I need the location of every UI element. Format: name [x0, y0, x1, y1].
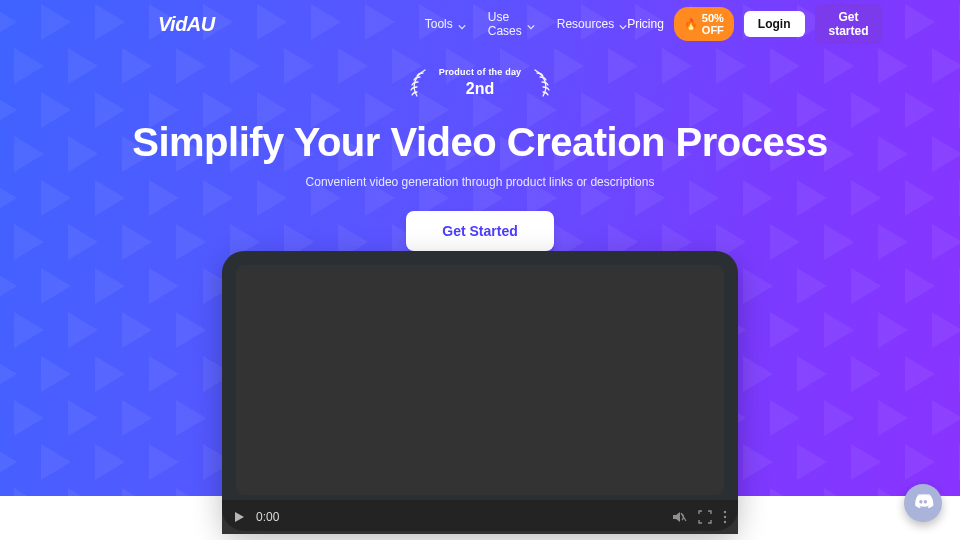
- chevron-down-icon: [619, 20, 627, 28]
- nav-tools[interactable]: Tools: [425, 17, 466, 31]
- discount-text: 50% OFF: [702, 12, 724, 36]
- logo[interactable]: VidAU: [158, 13, 215, 36]
- discount-badge[interactable]: 🔥 50% OFF: [674, 7, 734, 41]
- svg-point-2: [724, 516, 726, 518]
- svg-point-3: [724, 521, 726, 523]
- primary-nav: Tools Use Cases Resources: [425, 10, 627, 38]
- nav-label: Tools: [425, 17, 453, 31]
- header: VidAU Tools Use Cases Resources: [0, 0, 960, 48]
- laurel-left-icon: [405, 68, 431, 98]
- nav-resources[interactable]: Resources: [557, 17, 627, 31]
- hero-headline: Simplify Your Video Creation Process: [0, 120, 960, 165]
- volume-icon[interactable]: [672, 510, 688, 524]
- fire-icon: 🔥: [684, 18, 698, 31]
- nav-pricing[interactable]: Pricing: [627, 17, 664, 31]
- nav-use-cases[interactable]: Use Cases: [488, 10, 535, 38]
- nav-label: Resources: [557, 17, 614, 31]
- discord-icon: [912, 490, 934, 516]
- svg-point-1: [724, 511, 726, 513]
- pod-line2: 2nd: [439, 80, 522, 98]
- fullscreen-icon[interactable]: [698, 510, 712, 524]
- hero-subhead: Convenient video generation through prod…: [0, 175, 960, 189]
- video-time: 0:00: [256, 510, 279, 524]
- svg-line-0: [681, 513, 686, 521]
- chevron-down-icon: [458, 20, 466, 28]
- play-icon[interactable]: [232, 510, 246, 524]
- chevron-down-icon: [527, 20, 535, 28]
- video-screen[interactable]: [236, 265, 724, 495]
- video-player-controls: 0:00: [222, 500, 738, 534]
- login-button[interactable]: Login: [744, 11, 805, 37]
- get-started-button[interactable]: Get Started: [406, 211, 553, 251]
- pod-line1: Product of the day: [439, 68, 522, 78]
- nav-label: Use Cases: [488, 10, 522, 38]
- laurel-right-icon: [529, 68, 555, 98]
- header-actions: Pricing 🔥 50% OFF Login Get started: [627, 4, 882, 44]
- get-started-button-header[interactable]: Get started: [815, 4, 883, 44]
- video-device-frame: [222, 251, 738, 531]
- hero: Product of the day 2nd Simplify Your Vid…: [0, 68, 960, 251]
- more-icon[interactable]: [722, 510, 728, 524]
- product-of-day-badge: Product of the day 2nd: [405, 68, 556, 98]
- discord-fab[interactable]: [904, 484, 942, 522]
